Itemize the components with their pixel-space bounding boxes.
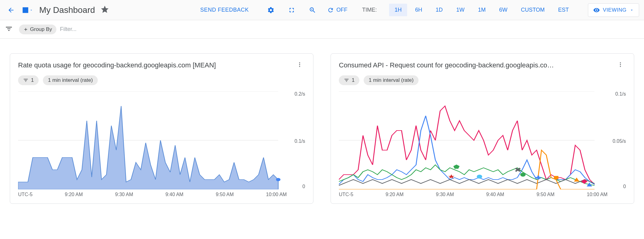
- y-tick-label: 0: [302, 184, 305, 189]
- x-tick-label: 9:20 AM: [65, 192, 83, 197]
- x-tick-label: UTC-5: [339, 192, 353, 197]
- filter-list-icon: [5, 25, 13, 33]
- x-tick-label: 10:00 AM: [266, 192, 287, 197]
- chart-menu-button[interactable]: [294, 60, 305, 70]
- toolbar: My Dashboard SEND FEEDBACK OFF TIME: 1H6…: [0, 0, 644, 20]
- fullscreen-button[interactable]: [286, 4, 298, 16]
- group-by-chip[interactable]: Group By: [19, 25, 56, 34]
- time-range-group: 1H6H1D1W1M6WCUSTOMEST: [389, 4, 574, 16]
- time-range-6w[interactable]: 6W: [494, 4, 513, 16]
- x-tick-label: 9:30 AM: [115, 192, 133, 197]
- filter-count-chip[interactable]: 1: [339, 75, 359, 85]
- filter-count: 1: [31, 77, 34, 83]
- time-range-custom[interactable]: CUSTOM: [515, 4, 550, 16]
- y-tick-label: 0.05/s: [612, 138, 626, 144]
- time-range-1m[interactable]: 1M: [472, 4, 491, 16]
- time-range-1d[interactable]: 1D: [430, 4, 448, 16]
- x-tick-label: 9:20 AM: [386, 192, 404, 197]
- svg-point-8: [620, 64, 621, 65]
- refresh-icon: [327, 7, 334, 13]
- chart-card-rate-quota: Rate quota usage for geocoding-backend.g…: [10, 53, 313, 204]
- viewing-label: VIEWING: [603, 7, 627, 13]
- group-by-label: Group By: [30, 26, 52, 32]
- chart-title: Consumed API - Request count for geocodi…: [339, 61, 615, 69]
- svg-rect-14: [554, 176, 559, 179]
- gear-icon: [267, 6, 275, 14]
- svg-point-6: [276, 178, 281, 181]
- more-vert-icon: [617, 62, 623, 68]
- line-chart-svg: [339, 91, 626, 189]
- y-tick-label: 0.1/s: [615, 91, 626, 97]
- x-tick-label: 9:40 AM: [486, 192, 504, 197]
- dashboard-type-button[interactable]: [21, 4, 34, 16]
- filter-button[interactable]: [2, 22, 15, 36]
- x-tick-label: 9:50 AM: [536, 192, 555, 197]
- filter-chip-icon: [23, 78, 28, 83]
- svg-point-16: [477, 175, 482, 179]
- interval-chip[interactable]: 1 min interval (rate): [43, 75, 97, 85]
- filter-input[interactable]: [60, 26, 642, 32]
- refresh-off-label: OFF: [336, 7, 347, 13]
- dashboard-icon: [22, 7, 29, 13]
- favorite-button[interactable]: [101, 6, 108, 14]
- y-tick-label: 0.2/s: [294, 91, 305, 97]
- magnify-reset-icon: [309, 6, 316, 14]
- x-tick-label: 9:30 AM: [436, 192, 454, 197]
- interval-label: 1 min interval (rate): [48, 77, 93, 83]
- y-tick-label: 0: [623, 184, 626, 189]
- svg-point-9: [620, 66, 621, 67]
- arrow-left-icon: [7, 6, 15, 14]
- chart-menu-button[interactable]: [615, 60, 626, 70]
- charts-container: Rate quota usage for geocoding-backend.g…: [0, 39, 644, 218]
- interval-chip[interactable]: 1 min interval (rate): [364, 75, 418, 85]
- x-tick-label: 9:50 AM: [216, 192, 234, 197]
- time-range-1h[interactable]: 1H: [389, 4, 407, 16]
- viewing-mode-button[interactable]: VIEWING: [588, 3, 639, 17]
- x-tick-label: UTC-5: [18, 192, 32, 197]
- eye-icon: [593, 7, 600, 13]
- x-tick-label: 10:00 AM: [587, 192, 608, 197]
- filter-count-chip[interactable]: 1: [18, 75, 39, 85]
- svg-point-2: [299, 66, 300, 67]
- time-range-1w[interactable]: 1W: [451, 4, 470, 16]
- filter-chip-icon: [344, 78, 349, 83]
- filter-count: 1: [352, 77, 354, 83]
- time-label: TIME:: [362, 7, 377, 13]
- area-chart-svg: [18, 91, 305, 189]
- svg-point-13: [520, 173, 526, 177]
- time-range-6h[interactable]: 6H: [410, 4, 428, 16]
- chevron-down-icon: [29, 8, 33, 12]
- chart-area[interactable]: 0.2/s 0.1/s 0: [18, 91, 305, 189]
- star-outline-icon: [101, 6, 108, 13]
- back-button[interactable]: [5, 4, 17, 16]
- settings-button[interactable]: [265, 4, 277, 16]
- time-range-est[interactable]: EST: [553, 4, 574, 16]
- send-feedback-button[interactable]: SEND FEEDBACK: [200, 7, 249, 13]
- chevron-down-icon: [630, 8, 634, 12]
- chart-title: Rate quota usage for geocoding-backend.g…: [18, 61, 294, 69]
- svg-point-1: [299, 64, 300, 65]
- y-tick-label: 0.1/s: [294, 138, 305, 144]
- chart-card-consumed-api: Consumed API - Request count for geocodi…: [331, 53, 634, 204]
- x-tick-label: 9:40 AM: [165, 192, 184, 197]
- interval-label: 1 min interval (rate): [369, 77, 413, 83]
- x-axis: UTC-59:20 AM9:30 AM9:40 AM9:50 AM10:00 A…: [18, 189, 305, 197]
- plus-icon: [23, 27, 28, 32]
- chart-area[interactable]: 0.1/s 0.05/s 0: [339, 91, 626, 189]
- x-axis: UTC-59:20 AM9:30 AM9:40 AM9:50 AM10:00 A…: [339, 189, 626, 197]
- filter-bar: Group By: [0, 20, 644, 39]
- svg-point-0: [299, 63, 300, 63]
- more-vert-icon: [297, 62, 303, 68]
- svg-point-7: [620, 63, 621, 63]
- page-title: My Dashboard: [39, 5, 95, 15]
- reset-zoom-button[interactable]: [306, 4, 319, 16]
- fullscreen-icon: [288, 6, 295, 14]
- auto-refresh-toggle[interactable]: OFF: [327, 7, 347, 13]
